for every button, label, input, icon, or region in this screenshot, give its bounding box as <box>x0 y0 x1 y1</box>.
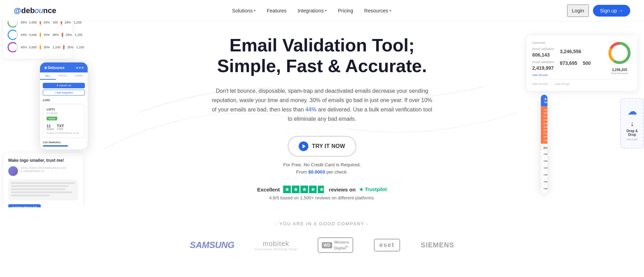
hero-title: Email Validation Tool; Simple, Fast & Ac… <box>212 35 433 77</box>
donut-chart: 3,296,200 Total Bounces <box>607 41 632 75</box>
drag-drop-widget: ☁ ↓ Drag & Drop UPLOAD <box>620 98 644 148</box>
nav-pricing[interactable]: Pricing <box>334 5 357 16</box>
dashboard-widget: Overview Email Validation 606,143 3,246,… <box>527 35 637 91</box>
logo[interactable]: @debounce <box>14 6 56 15</box>
upload-list-button[interactable]: ⬆ Upload List <box>43 83 85 88</box>
drag-drop-subtitle: UPLOAD <box>626 138 638 141</box>
rating-text: 4.8/5 based on 1,500+ reviews on differe… <box>269 195 375 200</box>
nav-solutions[interactable]: Solutions ▾ <box>228 5 260 16</box>
drag-drop-title: Drag & Drop <box>626 129 638 136</box>
hero-description: Don't let bounce, disposable, spam-trap … <box>212 86 433 124</box>
hero-price: From $0.0003 per check. <box>212 169 433 175</box>
stats-bar <box>43 145 68 147</box>
star-rating <box>283 186 325 193</box>
right-phone-mockup: ⊕ Debounce Free deduplication. No monthl… <box>541 94 548 194</box>
svg-point-0 <box>610 43 629 62</box>
phone-logo: ⊕ Debounce <box>44 66 65 70</box>
hero-subtext: For Free. No Credit Card is Required. <box>212 162 433 167</box>
add-integration-button[interactable]: + Add Integration <box>43 90 85 96</box>
left-mockup: 45% 1,000 20% 100 29% 1,236 43% 3,046 25… <box>0 21 124 207</box>
trustpilot-section: Excellent reviews on ★ Trustpilot 4.8/5 … <box>212 186 433 200</box>
chevron-down-icon: ▾ <box>254 9 256 12</box>
lists-title: Lists <box>43 98 85 102</box>
highlight-link[interactable]: 44% <box>305 107 316 112</box>
siemens-logo: SIEMENS <box>421 241 454 249</box>
western-digital-logo: WD WesternDigital® <box>318 237 353 253</box>
login-button[interactable]: Login <box>567 4 589 17</box>
try-now-button[interactable]: TRY IT NOW <box>288 136 356 157</box>
nav-integrations[interactable]: Integrations ▾ <box>294 5 331 16</box>
list-card: LIST1 57,00/200 Active 11 ROWS TXT TYPE <box>43 104 85 138</box>
nav-features[interactable]: Features <box>262 5 290 16</box>
signup-button[interactable]: Sign up → <box>593 5 630 17</box>
avatar <box>8 166 18 176</box>
samsung-logo: SAMSUNG <box>190 240 234 250</box>
nav-actions: Login Sign up → <box>567 4 630 17</box>
play-icon <box>299 141 308 151</box>
svg-point-2 <box>610 43 629 62</box>
chat-widget: Make logo smaller, trust me! Jhony Jhane… <box>3 153 83 208</box>
stats-widget: 45% 1,000 20% 100 29% 1,236 43% 3,046 25… <box>3 21 72 59</box>
right-mockup: Overview Email Validation 606,143 3,246,… <box>513 35 644 194</box>
chevron-down-icon: ▾ <box>325 9 327 12</box>
svg-point-1 <box>610 43 629 62</box>
companies-logos: SAMSUNG mobitek Performance Marketing Gr… <box>21 237 623 253</box>
chevron-down-icon: ▾ <box>389 9 391 12</box>
trustpilot-logo: ★ Trustpilot <box>359 187 387 192</box>
hero-section: 45% 1,000 20% 100 29% 1,236 43% 3,046 25… <box>0 21 644 207</box>
eset-logo: eset <box>374 239 400 251</box>
cloud-upload-icon: ☁ <box>626 105 638 117</box>
hero-content: Email Validation Tool; Simple, Fast & Ac… <box>205 21 439 207</box>
companies-title: - YOU ARE IN A GOOD COMPANY - <box>21 221 623 226</box>
nav-resources[interactable]: Resources ▾ <box>360 5 395 16</box>
navbar: @debounce Solutions ▾ Features Integrati… <box>0 0 644 21</box>
svg-point-3 <box>610 43 629 62</box>
nav-links: Solutions ▾ Features Integrations ▾ Pric… <box>228 5 395 16</box>
phone-banner: Free deduplication. No monthly payment a… <box>541 106 547 144</box>
phone-mockup: ⊕ Debounce ALL PROC... COMP... ⬆ Upload … <box>40 62 88 150</box>
mobitek-logo: mobitek Performance Marketing Group <box>255 240 297 251</box>
watch-trailer-button[interactable]: WATCH TRAILER <box>8 204 41 208</box>
companies-section: - YOU ARE IN A GOOD COMPANY - SAMSUNG mo… <box>0 207 644 270</box>
